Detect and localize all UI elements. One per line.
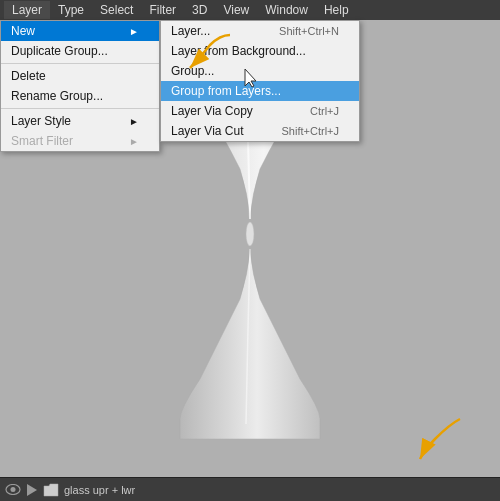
menu-select[interactable]: Select bbox=[92, 1, 141, 19]
menu-layer[interactable]: Layer bbox=[4, 1, 50, 19]
group-label: Group... bbox=[171, 64, 214, 78]
group-from-layers-label: Group from Layers... bbox=[171, 84, 281, 98]
menu-3d[interactable]: 3D bbox=[184, 1, 215, 19]
layer-name-label: glass upr + lwr bbox=[64, 484, 496, 496]
dropdown-overlay: New ► Duplicate Group... Delete Rename G… bbox=[0, 20, 160, 152]
submenu-item-layer-from-bg[interactable]: Layer from Background... bbox=[161, 41, 359, 61]
layer-style-arrow: ► bbox=[129, 116, 139, 127]
menu-item-rename-group[interactable]: Rename Group... bbox=[1, 86, 159, 106]
layer-style-label: Layer Style bbox=[11, 114, 71, 128]
submenu-item-layer-via-copy[interactable]: Layer Via Copy Ctrl+J bbox=[161, 101, 359, 121]
menubar: Layer Type Select Filter 3D View Window … bbox=[0, 0, 500, 20]
new-label: New bbox=[11, 24, 35, 38]
menu-divider-2 bbox=[1, 108, 159, 109]
menu-filter[interactable]: Filter bbox=[141, 1, 184, 19]
svg-point-0 bbox=[246, 222, 254, 246]
menu-type[interactable]: Type bbox=[50, 1, 92, 19]
smart-filter-arrow: ► bbox=[129, 136, 139, 147]
menu-item-duplicate-group[interactable]: Duplicate Group... bbox=[1, 41, 159, 61]
submenu-item-layer[interactable]: Layer... Shift+Ctrl+N bbox=[161, 21, 359, 41]
rename-label: Rename Group... bbox=[11, 89, 103, 103]
submenu-item-group-from-layers[interactable]: Group from Layers... bbox=[161, 81, 359, 101]
via-copy-label: Layer Via Copy bbox=[171, 104, 253, 118]
folder-icon[interactable] bbox=[42, 483, 60, 497]
menu-item-smart-filter: Smart Filter ► bbox=[1, 131, 159, 151]
svg-marker-3 bbox=[27, 484, 37, 496]
menu-view[interactable]: View bbox=[215, 1, 257, 19]
submenu-item-layer-via-cut[interactable]: Layer Via Cut Shift+Ctrl+J bbox=[161, 121, 359, 141]
menu-item-layer-style[interactable]: Layer Style ► bbox=[1, 111, 159, 131]
via-cut-shortcut: Shift+Ctrl+J bbox=[282, 125, 339, 137]
menu-window[interactable]: Window bbox=[257, 1, 316, 19]
via-copy-shortcut: Ctrl+J bbox=[310, 105, 339, 117]
statusbar: glass upr + lwr bbox=[0, 477, 500, 501]
layer-shortcut: Shift+Ctrl+N bbox=[279, 25, 339, 37]
menu-item-new[interactable]: New ► bbox=[1, 21, 159, 41]
layer-dropdown-menu: New ► Duplicate Group... Delete Rename G… bbox=[0, 20, 160, 152]
submenu-item-group[interactable]: Group... bbox=[161, 61, 359, 81]
smart-filter-label: Smart Filter bbox=[11, 134, 73, 148]
new-submenu: Layer... Shift+Ctrl+N Layer from Backgro… bbox=[160, 20, 360, 142]
eye-icon[interactable] bbox=[4, 483, 22, 497]
menu-divider-1 bbox=[1, 63, 159, 64]
layer-from-bg-label: Layer from Background... bbox=[171, 44, 306, 58]
layer-label: Layer... bbox=[171, 24, 210, 38]
new-arrow: ► bbox=[129, 26, 139, 37]
svg-point-2 bbox=[11, 487, 16, 492]
menu-help[interactable]: Help bbox=[316, 1, 357, 19]
duplicate-label: Duplicate Group... bbox=[11, 44, 108, 58]
menu-item-delete[interactable]: Delete bbox=[1, 66, 159, 86]
via-cut-label: Layer Via Cut bbox=[171, 124, 244, 138]
delete-label: Delete bbox=[11, 69, 46, 83]
play-icon[interactable] bbox=[24, 483, 40, 497]
